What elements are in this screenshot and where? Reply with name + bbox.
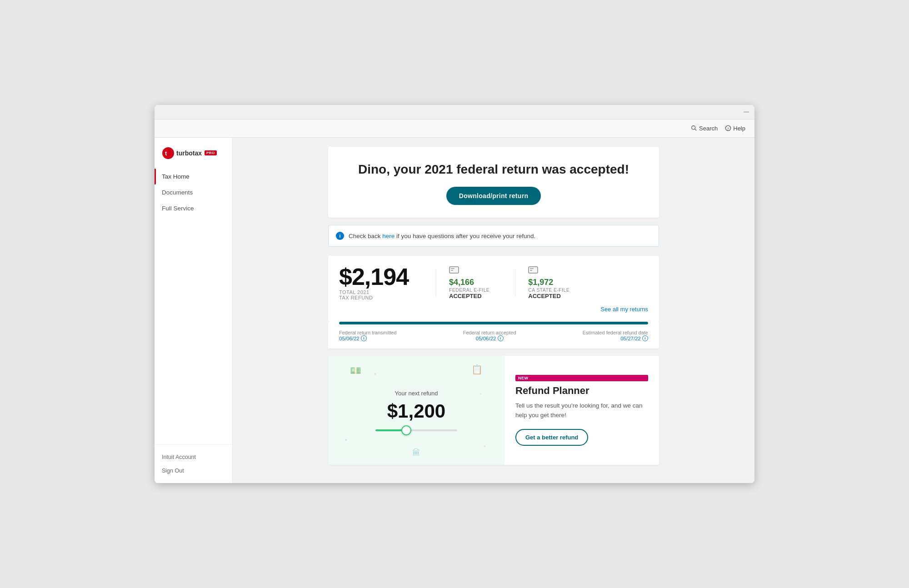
planner-info: NEW Refund Planner Tell us the result yo… <box>504 356 659 465</box>
state-status: ACCEPTED <box>528 293 569 299</box>
svg-text:t: t <box>165 150 167 157</box>
progress-info-icon-2: i <box>498 335 504 341</box>
sidebar-item-intuit-account[interactable]: Intuit Account <box>155 450 232 464</box>
sidebar-nav: Tax Home Documents Full Service <box>155 167 232 444</box>
refund-summary: $2,194 TOTAL 2021 TAX REFUND <box>328 256 659 322</box>
sidebar-footer: Intuit Account Sign Out <box>155 444 232 483</box>
deco-star-4: ✦ <box>483 444 486 448</box>
sidebar-item-full-service[interactable]: Full Service <box>155 200 232 216</box>
refund-divider-2 <box>515 269 515 296</box>
help-icon: ? <box>725 125 731 131</box>
help-action[interactable]: ? Help <box>725 125 745 132</box>
search-icon <box>691 125 697 131</box>
app-container: t turbotax PRO Tax Home Documents Full S… <box>155 138 754 483</box>
planner-visual-title: Your next refund <box>395 390 438 397</box>
svg-rect-11 <box>530 270 532 271</box>
progress-section: Federal return transmitted 05/06/22 i Fe… <box>328 322 659 349</box>
state-efile-icon <box>528 266 569 276</box>
progress-step-2: Federal return accepted 05/06/22 i <box>463 330 516 341</box>
progress-step-1: Federal return transmitted 05/06/22 i <box>339 330 397 341</box>
state-refund-item: $1,972 CA STATE E-FILE ACCEPTED <box>528 266 569 299</box>
sidebar-item-tax-home[interactable]: Tax Home <box>155 169 232 184</box>
svg-point-4 <box>162 147 174 159</box>
main-refund: $2,194 TOTAL 2021 TAX REFUND <box>339 265 409 300</box>
planner-description: Tell us the result you're looking for, a… <box>515 401 648 420</box>
svg-line-1 <box>695 129 697 131</box>
planner-visual-amount: $1,200 <box>387 400 445 422</box>
state-label: CA STATE E-FILE <box>528 287 569 293</box>
federal-efile-icon <box>449 266 489 276</box>
deco-building-icon: 🏛 <box>412 448 420 458</box>
topbar-actions: Search ? Help <box>691 125 745 132</box>
federal-label: FEDERAL E-FILE <box>449 287 489 293</box>
sidebar-logo: t turbotax PRO <box>155 141 232 167</box>
main-refund-amount: $2,194 <box>339 265 409 289</box>
browser-titlebar: — <box>155 105 754 120</box>
deco-cash-icon: 💵 <box>350 365 361 376</box>
turbotax-logo-icon: t <box>162 147 175 159</box>
new-badge: NEW <box>515 375 648 381</box>
planner-slider-container[interactable] <box>375 429 457 431</box>
planner-slider-track <box>375 429 457 431</box>
hero-title: Dino, your 2021 federal return was accep… <box>337 161 650 178</box>
hero-section: Dino, your 2021 federal return was accep… <box>328 147 659 218</box>
progress-info-icon-1: i <box>361 335 367 341</box>
progress-bar-container <box>339 322 648 324</box>
sidebar-item-documents[interactable]: Documents <box>155 184 232 200</box>
info-icon: i <box>336 232 344 240</box>
search-action[interactable]: Search <box>691 125 718 132</box>
get-better-refund-button[interactable]: Get a better refund <box>515 429 588 446</box>
svg-rect-8 <box>451 270 453 271</box>
main-content[interactable]: Dino, your 2021 federal return was accep… <box>233 138 754 483</box>
planner-slider-thumb[interactable] <box>401 425 411 435</box>
info-link[interactable]: here <box>382 233 395 239</box>
progress-bar-fill <box>339 322 648 324</box>
deco-star-3: ✦ <box>345 438 348 442</box>
browser-window: — Search ? Help <box>155 105 754 483</box>
progress-labels: Federal return transmitted 05/06/22 i Fe… <box>339 330 648 341</box>
progress-info-icon-3: i <box>642 335 648 341</box>
svg-point-0 <box>692 126 695 130</box>
content-inner: Dino, your 2021 federal return was accep… <box>321 138 666 483</box>
progress-date-3[interactable]: 05/27/22 i <box>583 335 648 341</box>
deco-star-1: ✦ <box>374 372 377 376</box>
planner-visual: 💵 ✦ ✦ ✦ ✦ 📋 🏛 Your next refund <box>328 356 504 465</box>
minimize-button[interactable]: — <box>744 109 749 115</box>
refund-divider <box>436 269 436 296</box>
logo-badge: PRO <box>205 150 217 155</box>
state-amount: $1,972 <box>528 278 569 287</box>
logo-text: turbotax <box>176 149 202 157</box>
federal-status: ACCEPTED <box>449 293 489 299</box>
svg-rect-6 <box>450 267 459 273</box>
svg-rect-10 <box>530 268 534 269</box>
federal-refund-item: $4,166 FEDERAL E-FILE ACCEPTED <box>449 266 489 299</box>
main-refund-label: TOTAL 2021 TAX REFUND <box>339 289 409 300</box>
info-banner: i Check back here if you have questions … <box>328 225 659 247</box>
deco-w4-icon: 📋 <box>471 364 483 375</box>
svg-text:?: ? <box>727 127 729 131</box>
search-label: Search <box>699 125 718 132</box>
planner-title: Refund Planner <box>515 385 648 397</box>
sidebar: t turbotax PRO Tax Home Documents Full S… <box>155 138 233 483</box>
browser-topbar: Search ? Help <box>155 120 754 138</box>
info-text: Check back here if you have questions af… <box>349 233 535 239</box>
logo-turbotax: t turbotax PRO <box>162 147 217 159</box>
progress-date-1[interactable]: 05/06/22 i <box>339 335 397 341</box>
progress-date-2[interactable]: 05/06/22 i <box>463 335 516 341</box>
refund-amounts-row: $2,194 TOTAL 2021 TAX REFUND <box>339 265 648 300</box>
download-print-button[interactable]: Download/print return <box>446 187 541 205</box>
planner-card: 💵 ✦ ✦ ✦ ✦ 📋 🏛 Your next refund <box>328 356 659 465</box>
help-label: Help <box>733 125 745 132</box>
see-all-returns-link[interactable]: See all my returns <box>600 306 648 313</box>
deco-star-2: ✦ <box>479 392 482 395</box>
svg-rect-9 <box>529 267 538 273</box>
sidebar-item-sign-out[interactable]: Sign Out <box>155 464 232 478</box>
see-all-link[interactable]: See all my returns <box>339 306 648 313</box>
federal-amount: $4,166 <box>449 278 489 287</box>
svg-rect-7 <box>451 268 454 269</box>
progress-step-3: Estimated federal refund date 05/27/22 i <box>583 330 648 341</box>
